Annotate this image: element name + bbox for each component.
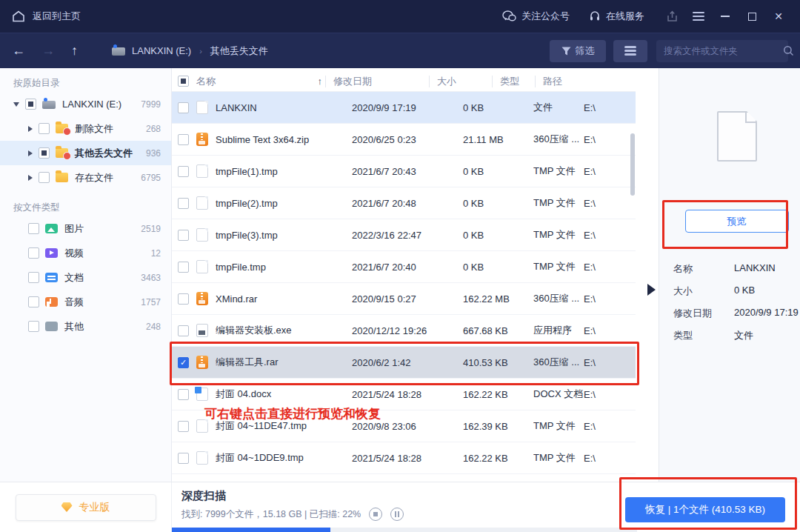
sidebar-type-item[interactable]: 视频12	[0, 241, 171, 265]
row-checkbox[interactable]	[178, 421, 189, 432]
row-checkbox[interactable]	[178, 198, 189, 209]
row-checkbox[interactable]	[178, 389, 189, 400]
expander-right-icon[interactable]	[28, 175, 33, 181]
row-checkbox[interactable]	[178, 357, 189, 368]
minimize-button[interactable]	[714, 6, 736, 27]
sort-ascending-icon[interactable]: ↑	[318, 76, 323, 87]
stop-scan-button[interactable]	[369, 508, 382, 521]
table-row[interactable]: tmpFile.tmp2021/6/7 20:400 KBTMP 文件E:\	[172, 251, 636, 283]
filter-button[interactable]: 筛选	[550, 40, 606, 62]
breadcrumb-folder[interactable]: 其他丢失文件	[210, 44, 268, 58]
panel-expand-icon[interactable]	[647, 284, 656, 296]
row-checkbox[interactable]	[178, 102, 189, 113]
sidebar-item[interactable]: 删除文件268	[0, 116, 171, 141]
types-section-title: 按文件类型	[0, 199, 171, 216]
sidebar-type-item[interactable]: 其他248	[0, 314, 171, 339]
type-checkbox[interactable]	[28, 321, 39, 332]
table-row[interactable]: tmpFile(3).tmp2022/3/16 22:470 KBTMP 文件E…	[172, 219, 636, 251]
sidebar-type-label: 其他	[64, 320, 84, 333]
type-checkbox[interactable]	[28, 272, 39, 283]
cell-path: E:\	[584, 166, 636, 177]
table-scrollbar[interactable]	[630, 133, 635, 196]
expander-right-icon[interactable]	[28, 150, 33, 156]
item-count: 7999	[141, 99, 161, 110]
search-input[interactable]	[664, 46, 783, 56]
cell-type: TMP 文件	[533, 451, 584, 465]
pro-version-button[interactable]: 专业版	[16, 494, 156, 521]
share-icon[interactable]	[661, 6, 683, 27]
type-checkbox[interactable]	[28, 247, 39, 259]
cell-type: 360压缩 ...	[533, 133, 584, 146]
preview-button[interactable]: 预览	[685, 210, 789, 233]
table-row[interactable]: Sublime Text 3x64.zip2020/6/25 0:2321.11…	[172, 124, 636, 156]
sidebar-type-item[interactable]: 音频1757	[0, 290, 171, 314]
file-icon	[196, 101, 208, 114]
close-button[interactable]: ✕	[767, 6, 790, 27]
other-type-icon	[45, 322, 58, 331]
sidebar-item-label: LANKXIN (E:)	[62, 99, 121, 110]
recover-button[interactable]: 恢复 | 1个文件 (410.53 KB)	[625, 497, 785, 522]
header-size[interactable]: 大小	[429, 76, 499, 87]
row-checkbox[interactable]	[178, 453, 189, 464]
sidebar-type-label: 音频	[64, 296, 84, 309]
up-arrow-button[interactable]: ↑	[71, 43, 78, 59]
sidebar-item-label: 存在文件	[75, 171, 113, 184]
table-row[interactable]: 封面 04~11DE47.tmp2020/9/8 23:06162.39 KBT…	[172, 410, 636, 442]
table-row[interactable]: 编辑器工具.rar2020/6/2 1:42410.53 KB360压缩 ...…	[172, 347, 636, 379]
search-icon[interactable]	[783, 45, 794, 56]
online-service-button[interactable]: 在线服务	[589, 10, 644, 23]
breadcrumb-drive[interactable]: LANKXIN (E:)	[132, 45, 191, 56]
table-row[interactable]: 封面 04.docx2021/5/24 18:28162.22 KBDOCX 文…	[172, 379, 636, 410]
expander-right-icon[interactable]	[28, 126, 33, 132]
online-service-label: 在线服务	[606, 10, 644, 23]
item-count: 12	[151, 248, 161, 259]
row-checkbox[interactable]	[178, 134, 189, 145]
cell-size: 0 KB	[463, 166, 533, 177]
row-checkbox[interactable]	[178, 293, 189, 305]
wechat-follow-button[interactable]: 关注公众号	[502, 10, 570, 23]
select-all-checkbox[interactable]	[178, 76, 189, 87]
table-row[interactable]: tmpFile(2).tmp2021/6/7 20:480 KBTMP 文件E:…	[172, 187, 636, 219]
cell-name: tmpFile.tmp	[216, 262, 352, 273]
table-row[interactable]: tmpFile(1).tmp2021/6/7 20:430 KBTMP 文件E:…	[172, 156, 636, 187]
origin-section-title: 按原始目录	[0, 74, 171, 92]
tree-checkbox[interactable]	[39, 172, 50, 183]
tree-checkbox[interactable]	[39, 147, 50, 159]
sidebar-item[interactable]: LANKXIN (E:)7999	[0, 92, 171, 116]
view-options-button[interactable]	[613, 40, 647, 62]
header-path[interactable]: 路径	[535, 76, 636, 87]
doc-type-icon	[45, 273, 58, 282]
expander-down-icon[interactable]	[13, 102, 19, 107]
row-checkbox[interactable]	[178, 325, 189, 336]
sidebar-type-item[interactable]: 文档3463	[0, 265, 171, 290]
forward-arrow-button[interactable]: →	[41, 43, 55, 59]
preview-panel: 预览 名称LANKXIN大小0 KB修改日期2020/9/9 17:19类型文件	[659, 68, 800, 482]
type-checkbox[interactable]	[28, 223, 39, 234]
header-name[interactable]: 名称	[196, 75, 216, 88]
pause-scan-button[interactable]	[390, 508, 404, 521]
table-row[interactable]: 封面 04~1DDE9.tmp2021/5/24 18:28162.22 KBT…	[172, 442, 636, 474]
row-checkbox[interactable]	[178, 166, 189, 177]
tree-checkbox[interactable]	[25, 99, 36, 110]
row-checkbox[interactable]	[178, 230, 189, 241]
table-row[interactable]: XMind.rar2020/9/15 0:27162.22 MB360压缩 ..…	[172, 283, 636, 315]
app-menu-icon[interactable]	[687, 6, 710, 27]
cell-path: E:\	[584, 102, 636, 113]
tree-checkbox[interactable]	[39, 123, 50, 134]
type-checkbox[interactable]	[28, 296, 39, 307]
item-count: 2519	[141, 224, 161, 234]
cell-path: E:\	[584, 230, 636, 241]
back-arrow-button[interactable]: ←	[12, 43, 25, 59]
back-to-home-button[interactable]: 返回到主页	[12, 10, 81, 23]
sidebar-item[interactable]: 其他丢失文件936	[0, 141, 171, 165]
row-checkbox[interactable]	[178, 262, 189, 273]
cell-name: 编辑器工具.rar	[216, 356, 352, 369]
header-date[interactable]: 修改日期	[325, 76, 436, 87]
search-box	[656, 40, 788, 62]
breadcrumb-separator-icon: ›	[199, 47, 202, 56]
sidebar-type-item[interactable]: 图片2519	[0, 216, 171, 241]
table-row[interactable]: 编辑器安装板.exe2020/12/12 19:26667.68 KB应用程序E…	[172, 315, 636, 347]
maximize-button[interactable]	[741, 6, 763, 27]
table-row[interactable]: LANKXIN2020/9/9 17:190 KB文件E:\	[172, 92, 636, 124]
sidebar-item[interactable]: 存在文件6795	[0, 165, 171, 190]
